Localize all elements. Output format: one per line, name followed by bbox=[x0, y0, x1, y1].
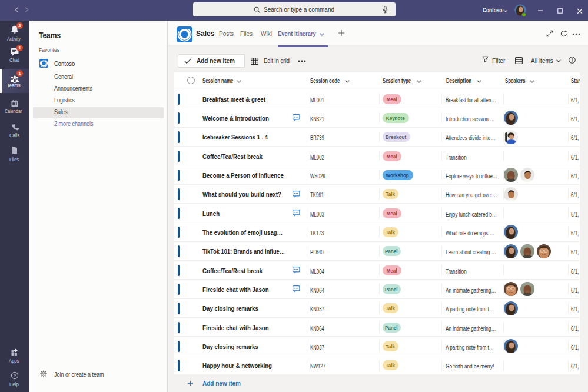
svg-text:?: ? bbox=[14, 373, 16, 378]
